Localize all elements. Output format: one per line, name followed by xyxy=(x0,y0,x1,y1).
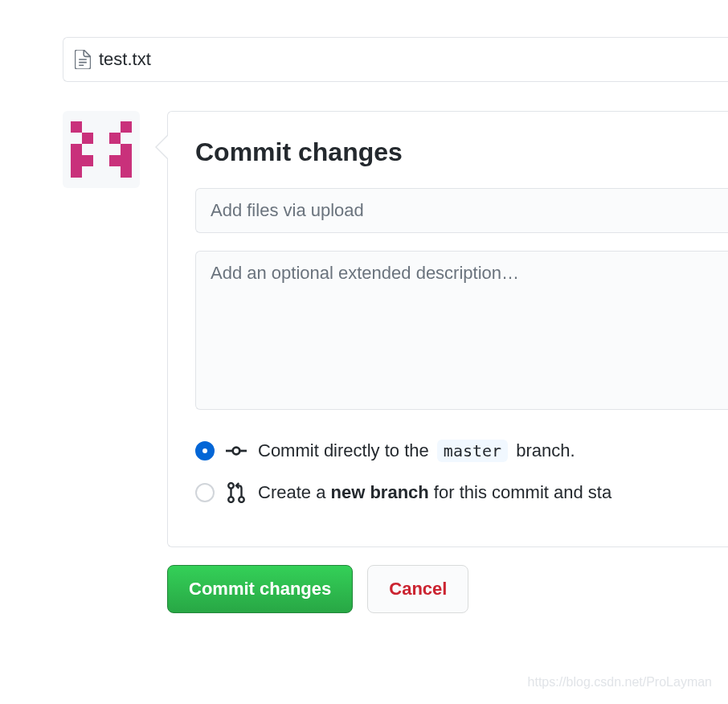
commit-target-radio-group: Commit directly to the master branch. Cr… xyxy=(168,413,728,546)
file-name: test.txt xyxy=(99,49,151,70)
file-icon xyxy=(75,50,91,69)
svg-point-5 xyxy=(239,497,244,502)
uploaded-file-row: test.txt xyxy=(63,37,728,82)
watermark: https://blog.csdn.net/ProLayman xyxy=(528,675,712,690)
svg-point-3 xyxy=(228,483,234,489)
radio-indicator-new-branch xyxy=(195,483,215,502)
commit-summary-input[interactable] xyxy=(195,188,728,233)
commit-box: Commit changes Commit directly to the ma… xyxy=(167,111,728,547)
pull-request-icon xyxy=(226,482,247,503)
button-row: Commit changes Cancel xyxy=(167,565,728,613)
radio-direct-label: Commit directly to the master branch. xyxy=(258,440,575,461)
radio-new-branch-label: Create a new branch for this commit and … xyxy=(258,482,611,503)
branch-chip: master xyxy=(437,440,508,462)
avatar xyxy=(63,111,140,188)
svg-point-4 xyxy=(228,497,234,502)
cancel-button[interactable]: Cancel xyxy=(367,565,468,613)
svg-point-0 xyxy=(233,448,240,455)
radio-indicator-direct xyxy=(195,441,215,460)
radio-create-branch[interactable]: Create a new branch for this commit and … xyxy=(195,482,728,503)
commit-changes-button[interactable]: Commit changes xyxy=(167,565,353,613)
radio-commit-direct[interactable]: Commit directly to the master branch. xyxy=(195,440,728,461)
commit-description-input[interactable] xyxy=(195,251,728,410)
git-commit-icon xyxy=(226,440,247,461)
commit-heading: Commit changes xyxy=(168,112,728,188)
